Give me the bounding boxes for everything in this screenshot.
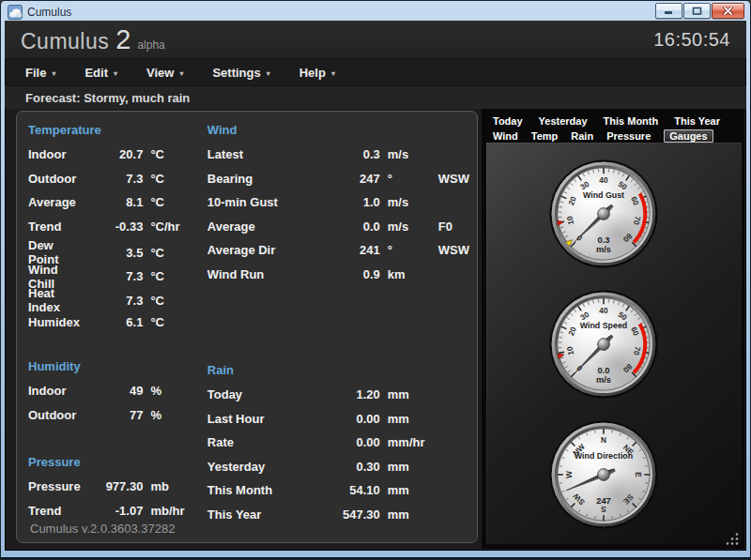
menu-label: Help [299, 66, 326, 80]
stat-label: Today [207, 387, 313, 401]
stats-panel: TemperatureIndoor20.7°COutdoor7.3°CAvera… [16, 111, 478, 543]
section-title-pressure: Pressure [28, 450, 198, 475]
stat-label: Pressure [28, 479, 83, 493]
stat-unit: mm [380, 460, 425, 474]
minimize-button[interactable] [655, 3, 682, 19]
menu-view[interactable]: View▾ [146, 66, 183, 80]
stat-value: 7.3 [83, 294, 143, 308]
stat-unit: °C [143, 269, 197, 283]
stat-label: Average [207, 219, 313, 234]
gauges-panel: TodayYesterdayThis MonthThis Year WindTe… [482, 109, 744, 549]
stat-row-latest: Latest0.3m/s [207, 143, 469, 167]
stat-value: 977.30 [83, 479, 143, 493]
stat-unit: mm [380, 412, 425, 426]
stat-value: 7.3 [83, 269, 143, 283]
stat-value: 0.00 [313, 435, 380, 449]
chevron-down-icon: ▾ [179, 69, 183, 78]
chevron-down-icon: ▾ [331, 69, 335, 78]
stat-row-indoor: Indoor20.7°C [28, 143, 198, 167]
svg-text:40: 40 [599, 306, 608, 315]
stat-row-10-min-gust: 10-min Gust1.0m/s [207, 190, 469, 215]
brand-name: Cumulus [21, 29, 109, 54]
gauge-wind-gust: 010203040506070800.3m/sWind Gust [548, 159, 659, 269]
menu-edit[interactable]: Edit▾ [84, 66, 117, 80]
stat-value: -0.33 [83, 219, 143, 234]
svg-text:Wind Speed: Wind Speed [580, 321, 628, 330]
chevron-down-icon: ▾ [114, 69, 117, 78]
stat-value: 0.30 [313, 460, 380, 474]
stat-value: 241 [313, 243, 380, 257]
tab-gauges[interactable]: Gauges [664, 129, 713, 143]
section-rain: RainToday1.20mmLast Hour0.00mmRate0.00mm… [207, 358, 469, 526]
stat-value: 6.1 [83, 315, 143, 329]
stat-label: Wind Run [207, 267, 313, 281]
stat-value: 1.0 [313, 195, 380, 209]
app-window: Cumulus Cumulus 2 alpha 16:50:54 [0, 0, 751, 560]
stat-unit: ° [380, 243, 425, 257]
menu-help[interactable]: Help▾ [299, 66, 335, 80]
section-title-wind: Wind [207, 118, 469, 143]
stat-unit: °C [143, 195, 197, 209]
menubar: File▾Edit▾View▾Settings▾Help▾ [5, 58, 746, 85]
maximize-button[interactable] [683, 3, 711, 19]
stat-value: 54.10 [313, 483, 380, 497]
stat-unit: °C [143, 147, 197, 161]
stat-row-this-year: This Year547.30mm [207, 503, 469, 527]
tab-this-year[interactable]: This Year [674, 115, 720, 127]
stat-unit: mm [380, 483, 425, 497]
stat-label: Bearing [207, 172, 313, 186]
stat-label: Yesterday [207, 460, 313, 474]
stat-row-today: Today1.20mm [207, 383, 469, 407]
forecast-bar: Forecast: Stormy, much rain [5, 85, 746, 109]
svg-text:E: E [634, 472, 643, 477]
stat-unit: km [380, 267, 425, 281]
maximize-icon [692, 7, 702, 15]
svg-text:N: N [601, 435, 606, 445]
svg-text:40: 40 [599, 175, 608, 185]
tab-rain[interactable]: Rain [571, 130, 593, 142]
stat-extra: WSW [425, 243, 469, 257]
app-header: Cumulus 2 alpha 16:50:54 [5, 21, 746, 58]
client-area: Cumulus 2 alpha 16:50:54 File▾Edit▾View▾… [5, 21, 746, 551]
stat-unit: mb/hr [143, 504, 197, 518]
stat-row-rate: Rate0.00mm/hr [207, 431, 469, 455]
stat-value: 3.5 [83, 246, 143, 260]
svg-text:Wind Gust: Wind Gust [583, 190, 624, 200]
svg-text:0.0: 0.0 [598, 366, 610, 375]
menu-label: View [146, 66, 174, 80]
close-icon [723, 7, 733, 15]
tab-yesterday[interactable]: Yesterday [539, 115, 588, 127]
tab-today[interactable]: Today [493, 115, 523, 127]
window-controls [655, 3, 744, 19]
stat-label: Rate [207, 435, 313, 449]
svg-text:Wind Direction: Wind Direction [575, 451, 633, 461]
stat-row-last-hour: Last Hour0.00mm [207, 407, 469, 431]
gauge-wind-direction: NNEESESSWWNW247Wind Direction [548, 419, 659, 530]
stat-value: 0.00 [313, 412, 380, 426]
stat-label: Humidex [28, 315, 83, 329]
menu-settings[interactable]: Settings▾ [212, 66, 269, 80]
stat-label: Trend [28, 504, 83, 518]
close-button[interactable] [712, 3, 744, 19]
stat-label: Average Dir [207, 243, 313, 257]
menu-file[interactable]: File▾ [25, 66, 55, 80]
stat-unit: m/s [380, 147, 425, 161]
menu-label: Settings [212, 66, 260, 80]
stat-unit: m/s [380, 195, 425, 209]
window-titlebar[interactable]: Cumulus [1, 1, 750, 21]
svg-text:W: W [564, 471, 574, 478]
stat-row-yesterday: Yesterday0.30mm [207, 455, 469, 479]
tab-wind[interactable]: Wind [493, 130, 518, 142]
stat-value: 77 [83, 408, 143, 422]
stat-row-outdoor: Outdoor7.3°C [28, 167, 198, 191]
stat-unit: % [143, 384, 197, 398]
stat-label: This Month [207, 483, 313, 497]
tab-this-month[interactable]: This Month [604, 115, 659, 127]
svg-text:S: S [601, 505, 606, 514]
stat-value: 7.3 [83, 172, 143, 186]
stat-value: 0.0 [313, 219, 380, 234]
tab-pressure[interactable]: Pressure [606, 130, 651, 142]
resize-grip[interactable] [726, 532, 740, 546]
tab-temp[interactable]: Temp [531, 130, 559, 142]
section-humidity: HumidityIndoor49%Outdoor77% [28, 355, 198, 427]
